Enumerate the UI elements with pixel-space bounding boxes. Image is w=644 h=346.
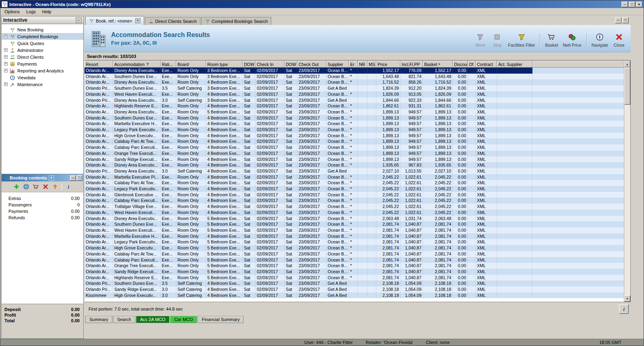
expand-toggle-icon[interactable]: + xyxy=(4,35,8,38)
table-row[interactable]: Orlando Ar...Disney Area Executiv...Exe.… xyxy=(85,109,624,115)
column-header-rati[interactable]: Rati... xyxy=(161,61,176,68)
table-row[interactable]: Orlando Ar...Legacy Park Executiv...Exe.… xyxy=(85,186,624,192)
section-tab-summary[interactable]: Summary xyxy=(85,316,112,323)
table-row[interactable]: Orlando Ar...Orange Tree Executi...Exe..… xyxy=(85,150,624,157)
globe-icon[interactable] xyxy=(23,183,29,190)
table-row[interactable]: Orlando Ar...Legacy Park Executiv...Exe.… xyxy=(85,127,624,133)
sidebar-item-maintenance[interactable]: +Maintenance xyxy=(2,81,83,88)
table-row[interactable]: Orlando Ar...Calabay Parc Executi...Exe.… xyxy=(85,144,624,150)
add-icon[interactable] xyxy=(13,183,20,190)
table-row[interactable]: Orlando Ar...Calabay Parc At Tow...Exe..… xyxy=(85,251,624,257)
table-row[interactable]: Orlando Pri...Disney Area Executiv...3.0… xyxy=(85,97,624,103)
table-row[interactable]: Orlando Ar...Marbella Executive H...Exe.… xyxy=(85,121,624,127)
table-row[interactable]: Orlando Ar...West Haven Executi...Exe...… xyxy=(85,210,624,216)
column-header-of[interactable]: Of xyxy=(468,61,476,68)
delete-icon[interactable] xyxy=(42,183,49,190)
section-tab-acc-2a-mco[interactable]: Acc 2A MCO xyxy=(136,316,169,323)
column-header-check-out[interactable]: Check Out xyxy=(297,61,326,68)
tool-nett-price[interactable]: Nett Price xyxy=(563,33,581,47)
expand-toggle-icon[interactable]: + xyxy=(4,82,8,86)
column-header-check-in[interactable]: Check In xyxy=(256,61,285,68)
table-row[interactable]: Orlando Ar...Orange Tree Executi...Exe..… xyxy=(85,263,624,269)
table-row[interactable]: Orlando Ar...High Grove Executiv...Exe..… xyxy=(85,245,624,251)
tab-book-ref-none[interactable]: Book. ref.: <none>× xyxy=(85,16,144,25)
table-row[interactable]: Orlando Ar...Marbella Executive Pl...Exe… xyxy=(85,174,624,180)
table-row[interactable]: Orlando Ar...Disney Area Executiv...Exe.… xyxy=(85,162,624,168)
info-button[interactable]: i xyxy=(619,304,629,314)
sidebar-item-direct-clients[interactable]: +Direct Clients xyxy=(2,54,83,60)
upload-icon[interactable] xyxy=(52,183,58,190)
sidebar-item-quick-quotes[interactable]: Quick Quotes xyxy=(2,40,83,47)
sidebar-item-reporting-and-analytics[interactable]: +Reporting and Analytics xyxy=(2,67,83,74)
table-row[interactable]: Orlando Ar...West Haven Executi...Exe...… xyxy=(85,227,624,233)
sidebar-item-new-booking[interactable]: New Booking xyxy=(2,26,83,33)
column-header-supplier[interactable]: Supplier xyxy=(326,61,349,68)
scroll-thumb[interactable] xyxy=(624,68,630,105)
tool-stop[interactable]: Stop xyxy=(491,33,503,47)
table-row[interactable]: Orlando Ar...Calabay Parc Executi...Exe.… xyxy=(85,257,624,263)
table-row[interactable]: Orlando Ar...Calabay Parc At Tow...Exe..… xyxy=(85,180,624,186)
table-row[interactable]: KissimmeeHigh Grove Executiv...3.0Self C… xyxy=(85,292,624,299)
table-row[interactable]: Orlando Ar...Highlands Reserve E...Exe..… xyxy=(85,103,624,109)
table-row[interactable]: Orlando Ar...Marbella Executive H...Exe.… xyxy=(85,233,624,239)
table-row[interactable]: Orlando Ar...Sandy Ridge Executi...Exe..… xyxy=(85,157,624,163)
close-button[interactable]: × xyxy=(636,2,642,7)
scroll-down-button[interactable]: ▼ xyxy=(624,295,630,302)
sidebar-item-administrator[interactable]: +Administrator xyxy=(2,47,83,54)
column-header-discount[interactable]: Discount xyxy=(453,61,468,68)
vertical-scrollbar[interactable]: ▲ ▼ xyxy=(624,61,630,302)
column-header-price[interactable]: Price xyxy=(376,61,400,68)
column-header-act-supplier[interactable]: Act. Supplier xyxy=(497,61,533,68)
booking-contents-close-button[interactable]: × xyxy=(49,175,54,181)
expand-toggle-icon[interactable]: + xyxy=(4,69,8,72)
table-row[interactable]: Orlando Ar...Calabay Parc Executi...Exe.… xyxy=(85,198,624,204)
scroll-up-button[interactable]: ▲ xyxy=(624,61,630,67)
menu-help[interactable]: Help xyxy=(39,8,55,15)
tool-navigate[interactable]: Navigate xyxy=(592,33,608,47)
tool-more[interactable]: More xyxy=(474,33,486,47)
column-header-incl-fl-pp[interactable]: Incl.Fl.PP xyxy=(400,61,423,68)
table-row[interactable]: Orlando Ar...Highlands Reserve E...Exe..… xyxy=(85,275,624,281)
column-filter-icon[interactable] xyxy=(146,62,150,66)
table-row[interactable]: Orlando Ar...West Haven Executi...Exe...… xyxy=(85,91,624,97)
sidebar-item-viewdata[interactable]: Viewdata xyxy=(2,74,83,81)
menu-options[interactable]: Options xyxy=(1,8,23,15)
table-row[interactable]: Orlando Ar...Legacy Park Executiv...Exe.… xyxy=(85,239,624,245)
column-header-er[interactable]: Er xyxy=(349,61,358,68)
cart-icon[interactable] xyxy=(33,183,39,190)
table-row[interactable]: Orlando Ar...Glenbrook Executive ...Exe.… xyxy=(85,192,624,198)
table-row[interactable]: Orlando Ar...Disney Area Executiv...Exe.… xyxy=(85,68,624,74)
tool-close[interactable]: Close xyxy=(613,33,625,47)
expand-toggle-icon[interactable]: + xyxy=(4,48,8,52)
table-row[interactable]: Orlando Pri...Southern Dunes Exe...3.5Se… xyxy=(85,280,624,286)
section-tab-search[interactable]: Search xyxy=(113,316,135,323)
table-row[interactable]: Orlando Ar...Calabay Parc At Tow...Exe..… xyxy=(85,138,624,144)
panel-collapse-button[interactable]: ─ xyxy=(76,17,82,23)
booking-contents-minimize-button[interactable]: ─ xyxy=(70,175,76,181)
column-header-dow[interactable]: DOW xyxy=(285,61,297,68)
table-row[interactable]: Orlando Pri...Southern Dunes Exe...3.5Se… xyxy=(85,85,624,91)
column-header-ms[interactable]: MS xyxy=(367,61,376,68)
column-header-board[interactable]: Board xyxy=(176,61,206,68)
menu-logs[interactable]: Logs xyxy=(23,8,39,15)
column-header-dow[interactable]: DOW xyxy=(243,61,256,68)
section-tab-financial-summary[interactable]: Financial Summary xyxy=(198,316,244,323)
table-row[interactable]: Orlando Ar...High Grove Executiv...Exe..… xyxy=(85,133,624,139)
expand-toggle-icon[interactable]: + xyxy=(4,62,8,66)
booking-contents-maximize-button[interactable]: □ xyxy=(76,175,82,181)
sidebar-item-completed-bookings[interactable]: +Completed Bookings xyxy=(2,33,83,40)
table-row[interactable]: Orlando Ar...Southern Dunes Exe...Exe...… xyxy=(85,115,624,121)
table-row[interactable]: Orlando Ar...Disney Area Executiv...Exe.… xyxy=(85,79,624,85)
tab-completed-bookings-search[interactable]: Completed Bookings Search xyxy=(201,17,271,25)
table-row[interactable]: Orlando Pri...Disney Area Executiv...3.0… xyxy=(85,168,624,174)
sidebar-item-payments[interactable]: +Payments xyxy=(2,60,83,67)
column-header-accommodation[interactable]: Accommodation xyxy=(113,61,161,68)
table-row[interactable]: Orlando Ar...Southern Dunes Exe...Exe...… xyxy=(85,221,624,227)
tool-facilities-filter[interactable]: Facilities Filter xyxy=(508,33,535,47)
tool-basket[interactable]: Basket xyxy=(545,33,558,47)
table-row[interactable]: Orlando Pri...Sandy Ridge Executi...3.0S… xyxy=(85,286,624,292)
mdi-restore-button[interactable]: □ xyxy=(622,17,629,23)
table-row[interactable]: Orlando Ar...Disney Area Executiv...Exe.… xyxy=(85,216,624,222)
column-header-nr[interactable]: NR xyxy=(358,61,367,68)
column-header-basket[interactable]: Basket▼ xyxy=(423,61,453,68)
